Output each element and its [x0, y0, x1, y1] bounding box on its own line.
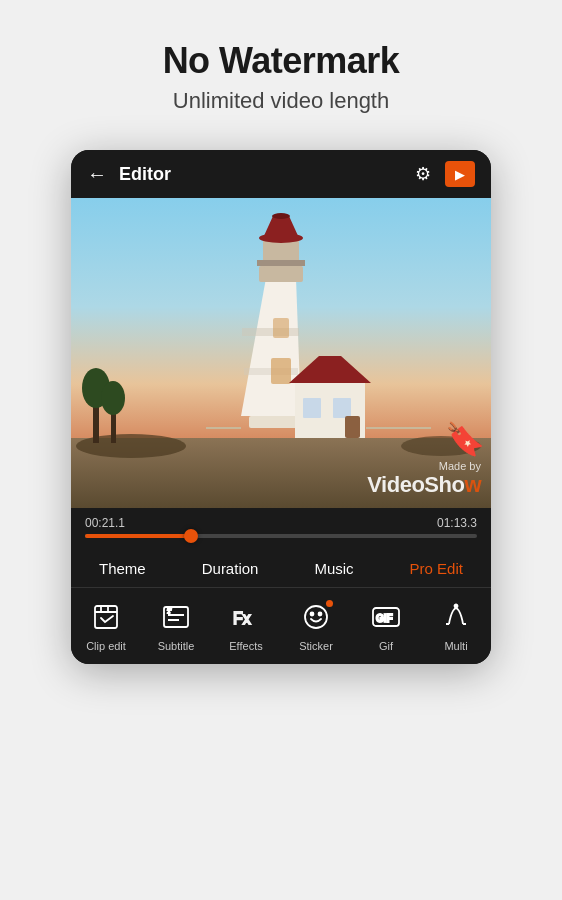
subtitle-icon: T	[157, 598, 195, 636]
watermark-made-by: Made by	[367, 460, 481, 472]
header-right: ⚙ ▶	[415, 161, 475, 187]
svg-rect-23	[333, 398, 351, 418]
svg-rect-24	[345, 416, 360, 438]
editor-title: Editor	[119, 164, 171, 185]
clip-edit-label: Clip edit	[86, 640, 126, 652]
svg-rect-22	[303, 398, 321, 418]
svg-point-43	[455, 605, 458, 608]
svg-point-39	[319, 613, 322, 616]
sticker-label: Sticker	[299, 640, 333, 652]
gif-label: Gif	[379, 640, 393, 652]
effects-label: Effects	[229, 640, 262, 652]
timeline-bar: 00:21.1 01:13.3	[71, 508, 491, 548]
tab-duration[interactable]: Duration	[194, 558, 267, 579]
svg-rect-10	[242, 328, 299, 336]
watermark: 🔖 Made by VideoShow	[367, 442, 481, 498]
watermark-brand: VideoShow	[367, 472, 481, 498]
multi-label: Multi	[444, 640, 467, 652]
svg-point-38	[311, 613, 314, 616]
export-button[interactable]: ▶	[445, 161, 475, 187]
svg-text:GIF: GIF	[376, 613, 393, 624]
svg-rect-18	[271, 358, 291, 384]
svg-text:Fx: Fx	[233, 610, 251, 627]
svg-text:T: T	[167, 607, 172, 615]
effects-icon: Fx Fx	[227, 598, 265, 636]
phone-frame: ← Editor ⚙ ▶	[71, 150, 491, 664]
tool-effects[interactable]: Fx Fx Effects	[216, 598, 276, 652]
sticker-dot	[326, 600, 333, 607]
tool-gif[interactable]: GIF Gif	[356, 598, 416, 652]
progress-fill	[85, 534, 191, 538]
tab-bar: Theme Duration Music Pro Edit	[71, 548, 491, 588]
svg-rect-17	[257, 260, 305, 266]
gif-icon: GIF	[367, 598, 405, 636]
svg-point-37	[305, 606, 327, 628]
clip-edit-icon	[87, 598, 125, 636]
sub-title: Unlimited video length	[20, 88, 542, 114]
svg-point-2	[76, 434, 186, 458]
settings-icon[interactable]: ⚙	[415, 163, 431, 185]
svg-point-16	[272, 213, 290, 219]
svg-rect-19	[273, 318, 289, 338]
tab-theme[interactable]: Theme	[91, 558, 154, 579]
video-area: 🔖 Made by VideoShow	[71, 198, 491, 508]
tool-sticker[interactable]: Sticker	[286, 598, 346, 652]
sticker-icon	[297, 598, 335, 636]
svg-point-7	[101, 381, 125, 415]
top-section: No Watermark Unlimited video length	[0, 0, 562, 134]
tab-music[interactable]: Music	[306, 558, 361, 579]
editor-header: ← Editor ⚙ ▶	[71, 150, 491, 198]
bottom-toolbar: Clip edit T Subtitle Fx Fx Ef	[71, 588, 491, 664]
time-start: 00:21.1	[85, 516, 125, 530]
svg-rect-12	[259, 266, 303, 282]
tool-clip-edit[interactable]: Clip edit	[76, 598, 136, 652]
time-end: 01:13.3	[437, 516, 477, 530]
progress-track[interactable]	[85, 534, 477, 538]
video-thumbnail: 🔖 Made by VideoShow	[71, 198, 491, 508]
tool-subtitle[interactable]: T Subtitle	[146, 598, 206, 652]
header-left: ← Editor	[87, 163, 171, 186]
tab-pro-edit[interactable]: Pro Edit	[402, 558, 471, 579]
tool-multi[interactable]: Multi	[426, 598, 486, 652]
svg-rect-27	[95, 606, 117, 628]
back-button[interactable]: ←	[87, 163, 107, 186]
main-title: No Watermark	[20, 40, 542, 82]
subtitle-label: Subtitle	[158, 640, 195, 652]
time-labels: 00:21.1 01:13.3	[85, 516, 477, 530]
progress-thumb[interactable]	[184, 529, 198, 543]
multi-icon	[437, 598, 475, 636]
